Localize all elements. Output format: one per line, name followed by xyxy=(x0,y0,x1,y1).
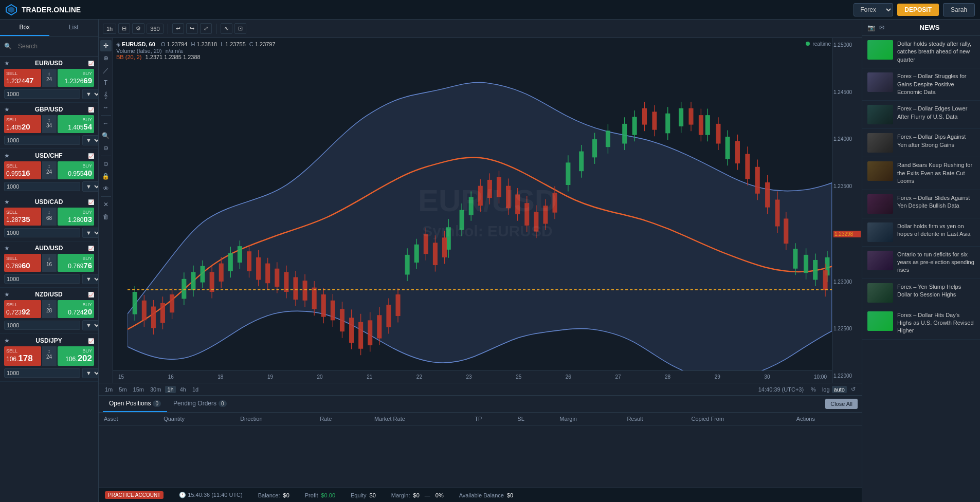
chart-canvas[interactable]: ◈ EURUSD, 60 O 1.23794 H 1.23818 L 1.237… xyxy=(113,38,862,383)
cross-tool[interactable]: ✕ xyxy=(100,199,112,210)
pair-chart-icon[interactable]: 📈 xyxy=(88,107,94,113)
lock-tool[interactable]: 🔒 xyxy=(100,171,112,182)
sell-button-usdjpy[interactable]: SELL 106.178 xyxy=(4,346,41,366)
toolbar-interval-btn[interactable]: 1h xyxy=(103,24,116,34)
volume-select-usdcad[interactable]: ▼ xyxy=(82,228,99,238)
buy-button-nzdusd[interactable]: BUY 0.72420 xyxy=(58,300,95,318)
volume-input-usdchf[interactable] xyxy=(4,182,80,191)
pair-chart-icon[interactable]: 📈 xyxy=(88,153,94,159)
toolbar-candle-btn[interactable]: ⊟ xyxy=(118,23,130,34)
magnet-tool[interactable]: ⊙ xyxy=(100,158,112,170)
tf-1d[interactable]: 1d xyxy=(190,386,201,393)
sell-button-audusd[interactable]: SELL 0.76960 xyxy=(4,254,41,272)
volume-select-nzdusd[interactable]: ▼ xyxy=(82,320,99,330)
news-item-3[interactable]: Forex – Dollar Dips Against Yen after St… xyxy=(862,129,980,157)
volume-input-usdcad[interactable] xyxy=(4,228,80,237)
camera-icon[interactable]: 📷 xyxy=(867,24,875,31)
pair-star[interactable]: ★ xyxy=(4,198,10,206)
pair-star[interactable]: ★ xyxy=(4,245,10,252)
news-item-1[interactable]: Forex – Dollar Struggles for Gains Despi… xyxy=(862,68,980,101)
sell-button-eurusd[interactable]: SELL 1.232447 xyxy=(4,69,41,87)
pair-chart-icon[interactable]: 📈 xyxy=(88,338,94,344)
news-item-4[interactable]: Rand Bears Keep Rushing for the Exits Ev… xyxy=(862,157,980,190)
tab-open-positions[interactable]: Open Positions 0 xyxy=(103,396,167,412)
user-menu-button[interactable]: Sarah xyxy=(943,3,975,16)
toolbar-undo-btn[interactable]: ↩ xyxy=(172,23,184,34)
volume-select-audusd[interactable]: ▼ xyxy=(82,274,99,284)
sell-button-usdchf[interactable]: SELL 0.95516 xyxy=(4,161,41,179)
volume-select-eurusd[interactable]: ▼ xyxy=(82,89,99,99)
svg-rect-68 xyxy=(804,255,808,273)
search-input[interactable] xyxy=(14,40,99,53)
pair-star[interactable]: ★ xyxy=(4,337,10,344)
buy-button-eurusd[interactable]: BUY 1.232669 xyxy=(58,69,95,87)
buy-button-gbpusd[interactable]: BUY 1.40554 xyxy=(58,115,95,133)
toolbar-expand-btn[interactable]: ⤢ xyxy=(200,23,212,34)
news-item-6[interactable]: Dollar holds firm vs yen on hopes of det… xyxy=(862,218,980,247)
news-item-2[interactable]: Forex – Dollar Edges Lower After Flurry … xyxy=(862,101,980,129)
volume-select-usdchf[interactable]: ▼ xyxy=(82,181,99,192)
auto-btn[interactable]: auto xyxy=(832,386,847,393)
arrow-tool[interactable]: ← xyxy=(100,118,112,129)
news-item-8[interactable]: Forex – Yen Slump Helps Dollar to Sessio… xyxy=(862,279,980,307)
toolbar-redo-btn[interactable]: ↪ xyxy=(186,23,198,34)
sell-button-nzdusd[interactable]: SELL 0.72392 xyxy=(4,300,41,318)
chart-reset-btn[interactable]: ↺ xyxy=(849,385,858,393)
tf-30m[interactable]: 30m xyxy=(148,386,163,393)
tf-1m[interactable]: 1m xyxy=(103,386,115,393)
pair-star[interactable]: ★ xyxy=(4,152,10,159)
pair-chart-icon[interactable]: 📈 xyxy=(88,61,94,66)
toolbar-settings-btn[interactable]: ⚙ xyxy=(132,23,144,34)
toolbar-indicator-btn[interactable]: ∿ xyxy=(221,23,232,34)
crosshair-tool[interactable]: ⊕ xyxy=(100,52,112,64)
volume-input-gbpusd[interactable] xyxy=(4,136,80,145)
volume-select-gbpusd[interactable]: ▼ xyxy=(82,135,99,145)
close-all-button[interactable]: Close All xyxy=(825,399,858,409)
volume-select-usdjpy[interactable]: ▼ xyxy=(82,368,99,378)
pair-star[interactable]: ★ xyxy=(4,60,10,67)
pair-star[interactable]: ★ xyxy=(4,106,10,113)
buy-button-usdcad[interactable]: BUY 1.28003 xyxy=(58,208,95,226)
top-navigation: TRADER.ONLINE Forex DEPOSIT Sarah xyxy=(0,0,980,20)
volume-input-usdjpy[interactable] xyxy=(4,368,80,378)
sell-button-gbpusd[interactable]: SELL 1.40520 xyxy=(4,115,41,133)
pair-chart-icon[interactable]: 📈 xyxy=(88,246,94,251)
sell-label: SELL xyxy=(6,71,40,76)
bell-icon[interactable]: ✉ xyxy=(879,24,884,31)
news-item-5[interactable]: Forex – Dollar Slides Against Yen Despit… xyxy=(862,190,980,218)
eye-tool[interactable]: 👁 xyxy=(100,183,112,194)
tab-box[interactable]: Box xyxy=(0,20,49,36)
sell-button-usdcad[interactable]: SELL 1.28735 xyxy=(4,208,41,226)
text-tool[interactable]: T xyxy=(100,77,112,88)
pair-chart-icon[interactable]: 📈 xyxy=(88,292,94,298)
tf-4h[interactable]: 4h xyxy=(178,386,188,393)
volume-input-audusd[interactable] xyxy=(4,274,80,284)
fib-tool[interactable]: 𝄞 xyxy=(100,89,112,101)
tab-list[interactable]: List xyxy=(49,20,99,36)
news-item-7[interactable]: Ontario to run deficits for six years as… xyxy=(862,247,980,279)
tf-15m[interactable]: 15m xyxy=(131,386,146,393)
buy-button-usdjpy[interactable]: BUY 106.202 xyxy=(58,346,95,366)
zoom-out-tool[interactable]: ⊖ xyxy=(100,142,112,154)
cursor-tool[interactable]: ✛ xyxy=(100,40,112,51)
tf-1h[interactable]: 1h xyxy=(165,386,175,393)
ruler-tool[interactable]: ↔ xyxy=(100,102,112,113)
buy-button-usdchf[interactable]: BUY 0.95540 xyxy=(58,161,95,179)
trash-tool[interactable]: 🗑 xyxy=(100,211,112,222)
tab-pending-orders[interactable]: Pending Orders 0 xyxy=(167,396,233,412)
line-tool[interactable]: ／ xyxy=(100,65,112,76)
tf-5m[interactable]: 5m xyxy=(117,386,129,393)
market-select[interactable]: Forex xyxy=(854,3,893,16)
pair-chart-icon[interactable]: 📈 xyxy=(88,199,94,205)
news-item-0[interactable]: Dollar holds steady after rally, catches… xyxy=(862,36,980,68)
news-item-9[interactable]: Forex – Dollar Hits Day's Highs as U.S. … xyxy=(862,307,980,340)
toolbar-zoom-btn[interactable]: 360 xyxy=(147,24,163,34)
svg-rect-143 xyxy=(396,295,400,315)
toolbar-template-btn[interactable]: ⊡ xyxy=(234,23,246,34)
pair-star[interactable]: ★ xyxy=(4,291,10,298)
volume-input-nzdusd[interactable] xyxy=(4,321,80,330)
zoom-in-tool[interactable]: 🔍 xyxy=(100,130,112,141)
buy-button-audusd[interactable]: BUY 0.76976 xyxy=(58,254,95,272)
deposit-button[interactable]: DEPOSIT xyxy=(897,4,939,16)
volume-input-eurusd[interactable] xyxy=(4,89,80,99)
